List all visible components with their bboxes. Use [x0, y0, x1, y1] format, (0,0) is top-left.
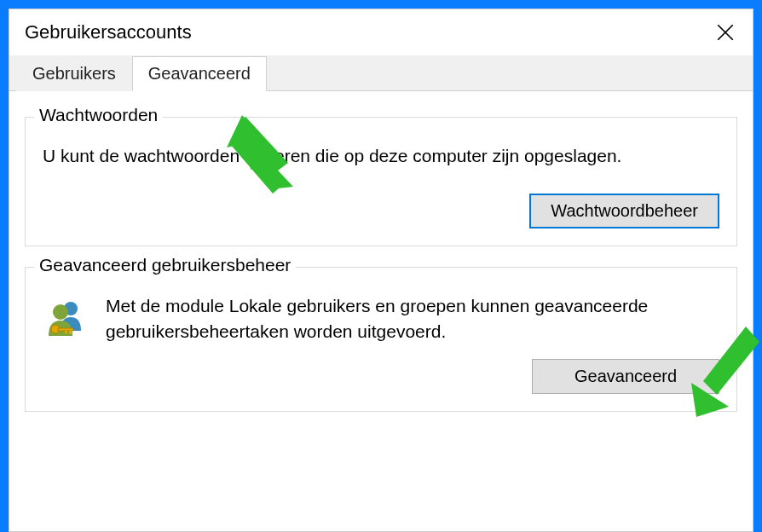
advanced-description: Met de module Lokale gebruikers en groep… — [106, 293, 719, 344]
password-management-button[interactable]: Wachtwoordbeheer — [529, 194, 719, 228]
tab-users[interactable]: Gebruikers — [16, 56, 132, 91]
advanced-button-row: Geavanceerd — [106, 359, 719, 394]
close-button[interactable] — [713, 20, 737, 44]
title-bar: Gebruikersaccounts — [9, 9, 753, 55]
tab-content-advanced: Wachtwoorden U kunt de wachtwoorden behe… — [9, 91, 753, 412]
svg-rect-5 — [58, 328, 73, 331]
passwords-button-row: Wachtwoordbeheer — [43, 194, 719, 228]
svg-point-3 — [53, 304, 68, 320]
window-title: Gebruikersaccounts — [25, 21, 192, 43]
advanced-button[interactable]: Geavanceerd — [532, 359, 719, 394]
passwords-legend: Wachtwoorden — [34, 105, 163, 125]
svg-rect-6 — [69, 331, 72, 334]
user-accounts-window: Gebruikersaccounts Gebruikers Geavanceer… — [9, 9, 753, 532]
advanced-legend: Geavanceerd gebruikersbeheer — [34, 255, 296, 275]
users-icon-wrap — [43, 293, 90, 339]
users-groups-icon — [45, 297, 88, 339]
close-icon — [717, 24, 734, 41]
svg-rect-7 — [65, 331, 67, 333]
tab-advanced[interactable]: Geavanceerd — [132, 56, 267, 91]
tab-strip: Gebruikers Geavanceerd — [9, 55, 753, 91]
advanced-user-management-groupbox: Geavanceerd gebruikersbeheer — [25, 267, 737, 412]
tab-label: Gebruikers — [32, 64, 116, 83]
tab-label: Geavanceerd — [148, 64, 251, 83]
passwords-description: U kunt de wachtwoorden beheren die op de… — [43, 143, 719, 168]
passwords-groupbox: Wachtwoorden U kunt de wachtwoorden behe… — [25, 117, 737, 246]
